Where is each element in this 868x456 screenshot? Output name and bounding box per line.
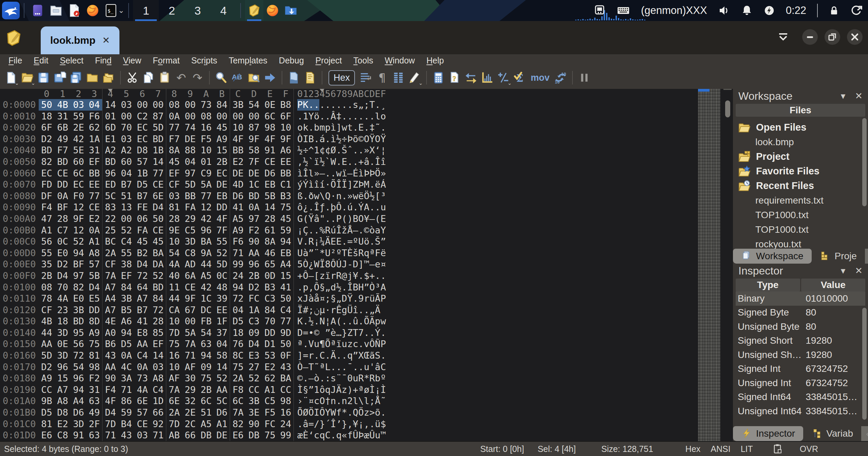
byte-cell[interactable]: 15	[55, 373, 71, 384]
byte-order-button[interactable]	[463, 69, 479, 87]
char-cell[interactable]: Ÿ	[347, 293, 353, 304]
byte-cell[interactable]: 16	[198, 122, 214, 133]
byte-cell[interactable]: 0A	[166, 111, 182, 122]
byte-cell[interactable]: 16	[166, 350, 182, 361]
byte-cell[interactable]: 31	[87, 384, 102, 396]
char-cell[interactable]: ¿	[303, 202, 308, 213]
byte-cell[interactable]: 27	[246, 361, 262, 373]
byte-cell[interactable]: 62	[87, 122, 102, 133]
char-cell[interactable]: Ô	[319, 407, 325, 418]
byte-cell[interactable]: 55	[214, 236, 230, 247]
char-cell[interactable]: .	[358, 145, 364, 156]
byte-cell[interactable]: E2	[87, 213, 102, 225]
char-cell[interactable]: S	[375, 350, 380, 361]
byte-cell[interactable]: E2	[230, 156, 246, 168]
char-cell[interactable]: ¨	[314, 247, 319, 259]
byte-cell[interactable]: 0E	[55, 338, 71, 350]
byte-cell[interactable]: C5	[182, 225, 198, 236]
byte-cell[interactable]: 5B	[262, 190, 278, 202]
char-cell[interactable]: ¡	[358, 418, 364, 430]
char-cell[interactable]: ·	[325, 179, 331, 190]
char-cell[interactable]: »	[364, 145, 369, 156]
char-cell[interactable]: a	[375, 225, 380, 236]
char-cell[interactable]: E	[331, 236, 336, 247]
byte-cell[interactable]: 7A	[166, 384, 182, 396]
char-cell[interactable]: ü	[369, 293, 375, 304]
char-cell[interactable]: q	[364, 247, 369, 259]
display-icon[interactable]	[593, 4, 606, 17]
byte-cell[interactable]: 94	[198, 350, 214, 361]
char-cell[interactable]: Ÿ	[380, 133, 386, 145]
char-cell[interactable]: .	[375, 202, 380, 213]
char-cell[interactable]: º	[336, 247, 341, 259]
byte-cell[interactable]: CA	[166, 304, 182, 316]
char-cell[interactable]: ¨	[336, 373, 341, 384]
byte-cell[interactable]: 1C	[246, 179, 262, 190]
byte-cell[interactable]: CF	[39, 304, 55, 316]
char-cell[interactable]: Ä	[375, 304, 380, 316]
byte-cell[interactable]: CC	[278, 384, 294, 396]
byte-cell[interactable]: EB	[262, 179, 278, 190]
char-cell[interactable]: ¦	[325, 316, 331, 327]
byte-cell[interactable]: E3	[246, 350, 262, 361]
byte-cell[interactable]: 14	[150, 156, 166, 168]
byte-cell[interactable]: ED	[102, 179, 118, 190]
launcher-text-editor[interactable]	[65, 0, 83, 21]
char-cell[interactable]: ð	[308, 190, 314, 202]
char-cell[interactable]: ”	[308, 247, 314, 259]
char-cell[interactable]: .	[314, 225, 319, 236]
byte-cell[interactable]: 83	[102, 202, 118, 213]
undo-button[interactable]: ↶	[173, 69, 189, 87]
char-cell[interactable]: r	[364, 293, 369, 304]
char-cell[interactable]: T	[308, 361, 314, 373]
byte-cell[interactable]: 43	[102, 350, 118, 361]
byte-cell[interactable]: D4	[55, 270, 71, 282]
byte-cell[interactable]: AF	[182, 361, 198, 373]
char-cell[interactable]: ¤	[308, 395, 314, 407]
char-cell[interactable]: p	[375, 316, 380, 327]
char-cell[interactable]: .	[347, 407, 353, 418]
char-cell[interactable]: .	[369, 236, 375, 247]
statistics-button[interactable]	[479, 69, 495, 87]
char-cell[interactable]: ݧ	[314, 304, 319, 316]
byte-cell[interactable]: 94	[278, 236, 294, 247]
char-cell[interactable]: .	[358, 338, 364, 350]
char-cell[interactable]: B	[353, 282, 358, 293]
byte-cell[interactable]: FD	[39, 179, 55, 190]
char-cell[interactable]: Y	[380, 225, 386, 236]
char-cell[interactable]: =	[303, 327, 308, 339]
byte-cell[interactable]: A9	[39, 373, 55, 384]
byte-cell[interactable]: 49	[55, 133, 71, 145]
char-cell[interactable]: Ô	[336, 202, 341, 213]
char-cell[interactable]: ›	[297, 395, 303, 407]
char-cell[interactable]: ´	[325, 418, 331, 430]
char-cell[interactable]: O	[375, 133, 380, 145]
calculator-button[interactable]	[430, 69, 447, 87]
jump-button[interactable]	[262, 69, 278, 87]
char-cell[interactable]: .	[297, 418, 303, 430]
char-cell[interactable]: ì	[331, 133, 336, 145]
char-cell[interactable]: ÷	[303, 145, 308, 156]
byte-cell[interactable]: AA	[134, 338, 150, 350]
char-cell[interactable]: Å	[347, 225, 353, 236]
char-cell[interactable]: ”	[308, 384, 314, 396]
byte-cell[interactable]: 90	[246, 418, 262, 430]
byte-cell[interactable]: BF	[71, 259, 87, 270]
genmon-widget[interactable]: (genmon)XXX	[641, 4, 707, 17]
char-cell[interactable]: Ø	[331, 145, 336, 156]
byte-cell[interactable]: 67	[182, 304, 198, 316]
byte-cell[interactable]: 57	[134, 407, 150, 418]
byte-cell[interactable]: 97	[246, 213, 262, 225]
byte-cell[interactable]: 7D	[102, 418, 118, 430]
app-launcher-button[interactable]	[2, 2, 20, 19]
byte-cell[interactable]: 78	[39, 293, 55, 304]
byte-cell[interactable]: A7	[55, 384, 71, 396]
export-button[interactable]	[84, 69, 100, 87]
byte-cell[interactable]: 9E	[166, 225, 182, 236]
byte-cell[interactable]: 2A	[102, 247, 118, 259]
char-cell[interactable]: .	[336, 350, 341, 361]
char-cell[interactable]: q	[319, 430, 325, 441]
byte-cell[interactable]: 65	[262, 259, 278, 270]
byte-cell[interactable]: 9D	[278, 327, 294, 339]
byte-cell[interactable]: 90	[246, 236, 262, 247]
